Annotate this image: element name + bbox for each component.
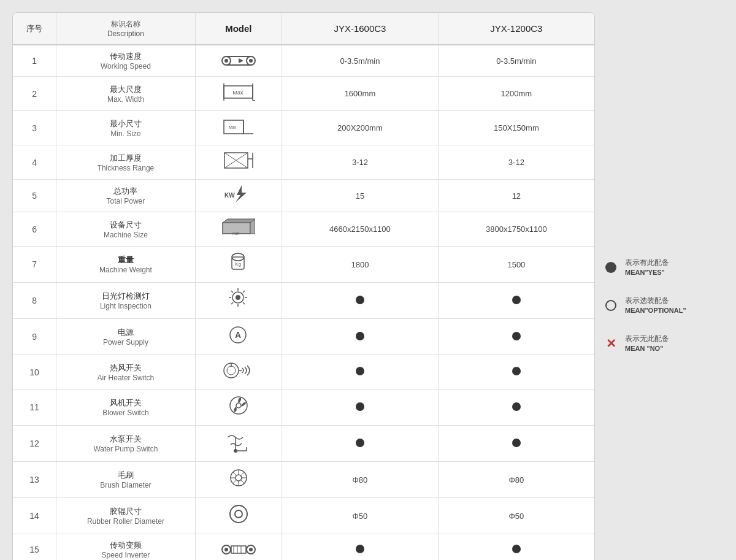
row-icon-2: Min xyxy=(195,111,282,145)
table-row: 11风机开关Blower Switch xyxy=(13,389,594,426)
row-desc-8: 电源Power Supply xyxy=(56,319,195,355)
svg-text:Min: Min xyxy=(229,125,237,130)
col-header-desc: 标识名称 Description xyxy=(56,13,195,45)
row-icon-9 xyxy=(195,355,282,389)
row-val1600-3: 3-12 xyxy=(282,145,439,180)
legend-yes: 表示有此配备 MEAN"YES" xyxy=(604,258,718,277)
row-num-4: 4 xyxy=(13,145,56,180)
row-num-6: 6 xyxy=(13,212,56,247)
row-desc-2: 最小尺寸Min. Size xyxy=(56,111,195,145)
row-num-7: 7 xyxy=(13,247,56,283)
svg-line-59 xyxy=(233,472,236,475)
row-num-5: 5 xyxy=(13,180,56,212)
row-desc-3: 加工厚度Thickness Range xyxy=(56,145,195,180)
table-row: 3最小尺寸Min. Size Min 200X200mm150X150mm xyxy=(13,111,594,145)
row-icon-12 xyxy=(195,462,282,498)
table-row: 4加工厚度Thickness Range 3-123-12 xyxy=(13,145,594,180)
table-row: 14胶辊尺寸Rubber Roller Diameter Φ50Φ50 xyxy=(13,498,594,534)
row-desc-12: 毛刷Brush Diameter xyxy=(56,462,195,498)
row-val1600-13: Φ50 xyxy=(282,498,439,534)
row-val1200-1: 1200mm xyxy=(438,77,594,111)
svg-point-3 xyxy=(249,59,253,63)
row-num-13: 13 xyxy=(13,462,56,498)
svg-point-1 xyxy=(224,59,228,63)
legend-no-text: 表示无此配备 MEAN "NO" xyxy=(625,334,669,353)
row-val1200-7 xyxy=(438,283,594,319)
row-icon-7 xyxy=(195,283,282,319)
row-icon-4: KW xyxy=(195,180,282,212)
svg-marker-6 xyxy=(239,58,243,63)
row-val1600-4: 15 xyxy=(282,180,439,212)
row-val1600-10 xyxy=(282,389,439,426)
row-icon-13 xyxy=(195,498,282,534)
row-val1200-11 xyxy=(438,426,594,462)
row-val1600-0: 0-3.5m/min xyxy=(282,45,439,77)
col-header-jyx1200: JYX-1200C3 xyxy=(438,13,594,45)
table-row: 13毛刷Brush Diameter Φ80Φ80 xyxy=(13,462,594,498)
row-desc-14: 传动变频Speed Inverter xyxy=(56,534,195,561)
svg-text:Max: Max xyxy=(233,90,244,96)
table-row: 2最大尺度Max. Width Max 1600mm1200mm xyxy=(13,77,594,111)
table-row: 15传动变频Speed Inverter xyxy=(13,534,594,561)
row-desc-13: 胶辊尺寸Rubber Roller Diameter xyxy=(56,498,195,534)
row-val1200-6: 1500 xyxy=(438,247,594,283)
svg-text:mm: mm xyxy=(232,231,240,236)
table-row: 6设备尺寸Machine Size mm 4660x2150x11003800x… xyxy=(13,212,594,247)
row-desc-10: 风机开关Blower Switch xyxy=(56,389,195,426)
row-val1600-8 xyxy=(282,319,439,355)
col-header-model: Model xyxy=(195,13,282,45)
row-val1200-13: Φ50 xyxy=(438,498,594,534)
row-val1600-6: 1800 xyxy=(282,247,439,283)
svg-marker-22 xyxy=(236,185,247,202)
row-val1600-14 xyxy=(282,534,439,561)
svg-line-35 xyxy=(231,291,233,293)
svg-line-37 xyxy=(243,291,245,293)
row-val1200-4: 12 xyxy=(438,180,594,212)
row-num-12: 12 xyxy=(13,426,56,462)
row-val1600-2: 200X200mm xyxy=(282,111,439,145)
svg-point-54 xyxy=(236,475,242,481)
row-desc-5: 设备尺寸Machine Size xyxy=(56,212,195,247)
row-desc-9: 热风开关Air Heater Switch xyxy=(56,355,195,389)
specs-table: 序号 标识名称 Description Model JYX-1600C3 JYX… xyxy=(13,13,594,560)
legend-optional-text: 表示选装配备 MEAN"OPTIONAL" xyxy=(625,296,686,315)
row-icon-8: A xyxy=(195,319,282,355)
col-header-jyx1600: JYX-1600C3 xyxy=(282,13,439,45)
row-icon-14 xyxy=(195,534,282,561)
svg-point-39 xyxy=(236,295,240,300)
legend-no: ✕ 表示无此配备 MEAN "NO" xyxy=(604,334,718,353)
table-row: 12水泵开关Water Pump Switch xyxy=(13,426,594,462)
row-num-11: 11 xyxy=(13,389,56,426)
outer-wrapper: 序号 标识名称 Description Model JYX-1600C3 JYX… xyxy=(0,0,736,560)
row-val1600-9 xyxy=(282,355,439,389)
row-desc-11: 水泵开关Water Pump Switch xyxy=(56,426,195,462)
row-num-9: 9 xyxy=(13,319,56,355)
svg-point-43 xyxy=(227,366,236,375)
svg-line-62 xyxy=(233,480,236,483)
svg-point-47 xyxy=(236,403,241,408)
x-no-icon: ✕ xyxy=(606,337,616,350)
row-icon-0 xyxy=(195,45,282,77)
legend-yes-text: 表示有此配备 MEAN"YES" xyxy=(625,258,669,277)
table-row: 5总功率Total Power KW 1512 xyxy=(13,180,594,212)
col-header-num: 序号 xyxy=(13,13,56,45)
row-val1600-12: Φ80 xyxy=(282,462,439,498)
svg-marker-24 xyxy=(223,219,255,223)
row-val1200-9 xyxy=(438,355,594,389)
row-icon-3 xyxy=(195,145,282,180)
svg-line-36 xyxy=(243,302,245,304)
table-row: 9电源Power Supply A xyxy=(13,319,594,355)
svg-point-64 xyxy=(235,510,242,518)
legend-optional: 表示选装配备 MEAN"OPTIONAL" xyxy=(604,296,718,315)
svg-point-63 xyxy=(230,505,247,523)
svg-line-61 xyxy=(241,472,244,475)
row-val1600-11 xyxy=(282,426,439,462)
legend-no-symbol: ✕ xyxy=(604,337,618,350)
svg-text:KW: KW xyxy=(224,192,235,199)
row-val1600-1: 1600mm xyxy=(282,77,439,111)
row-desc-0: 传动速度Working Speed xyxy=(56,45,195,77)
legend-optional-symbol xyxy=(604,299,618,312)
row-val1200-10 xyxy=(438,389,594,426)
row-icon-10 xyxy=(195,389,282,426)
row-val1200-14 xyxy=(438,534,594,561)
